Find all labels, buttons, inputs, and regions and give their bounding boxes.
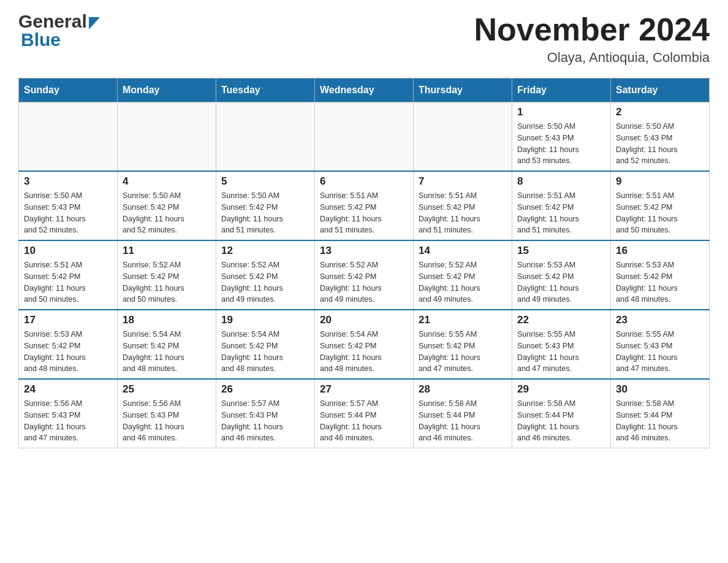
header-wednesday: Wednesday xyxy=(315,79,414,102)
day-info: Sunrise: 5:57 AMSunset: 5:44 PMDaylight:… xyxy=(320,398,408,444)
day-info: Sunrise: 5:52 AMSunset: 5:42 PMDaylight:… xyxy=(419,259,507,305)
table-row: 20Sunrise: 5:54 AMSunset: 5:42 PMDayligh… xyxy=(315,310,414,379)
table-row: 14Sunrise: 5:52 AMSunset: 5:42 PMDayligh… xyxy=(414,240,512,310)
day-number: 11 xyxy=(123,245,211,257)
table-row xyxy=(216,102,315,172)
calendar-week-row: 10Sunrise: 5:51 AMSunset: 5:42 PMDayligh… xyxy=(19,240,710,310)
day-number: 1 xyxy=(517,106,605,118)
table-row: 23Sunrise: 5:55 AMSunset: 5:43 PMDayligh… xyxy=(611,310,710,379)
table-row: 19Sunrise: 5:54 AMSunset: 5:42 PMDayligh… xyxy=(216,310,315,379)
day-info: Sunrise: 5:51 AMSunset: 5:42 PMDaylight:… xyxy=(419,190,507,236)
table-row: 9Sunrise: 5:51 AMSunset: 5:42 PMDaylight… xyxy=(611,171,710,240)
table-row: 1Sunrise: 5:50 AMSunset: 5:43 PMDaylight… xyxy=(512,102,611,172)
calendar-week-row: 17Sunrise: 5:53 AMSunset: 5:42 PMDayligh… xyxy=(19,310,710,379)
day-number: 22 xyxy=(517,314,605,326)
table-row: 21Sunrise: 5:55 AMSunset: 5:42 PMDayligh… xyxy=(414,310,512,379)
month-title: November 2024 xyxy=(474,12,710,47)
day-info: Sunrise: 5:54 AMSunset: 5:42 PMDaylight:… xyxy=(320,329,408,375)
day-number: 7 xyxy=(419,175,507,188)
day-info: Sunrise: 5:54 AMSunset: 5:42 PMDaylight:… xyxy=(221,329,309,375)
day-info: Sunrise: 5:55 AMSunset: 5:42 PMDaylight:… xyxy=(419,329,507,375)
page-header: General Blue November 2024 Olaya, Antioq… xyxy=(18,12,710,66)
logo-general-text: General xyxy=(18,12,87,31)
table-row: 29Sunrise: 5:58 AMSunset: 5:44 PMDayligh… xyxy=(512,379,611,448)
calendar-table: Sunday Monday Tuesday Wednesday Thursday… xyxy=(18,78,710,448)
day-info: Sunrise: 5:50 AMSunset: 5:42 PMDaylight:… xyxy=(221,190,309,236)
day-info: Sunrise: 5:56 AMSunset: 5:43 PMDaylight:… xyxy=(24,398,112,444)
day-number: 3 xyxy=(24,175,112,188)
table-row: 27Sunrise: 5:57 AMSunset: 5:44 PMDayligh… xyxy=(315,379,414,448)
calendar-header-row: Sunday Monday Tuesday Wednesday Thursday… xyxy=(19,79,710,102)
table-row xyxy=(118,102,216,172)
day-number: 15 xyxy=(517,245,605,257)
day-info: Sunrise: 5:51 AMSunset: 5:42 PMDaylight:… xyxy=(517,190,605,236)
day-number: 30 xyxy=(616,383,704,396)
day-number: 21 xyxy=(419,314,507,326)
day-info: Sunrise: 5:55 AMSunset: 5:43 PMDaylight:… xyxy=(616,329,704,375)
table-row: 16Sunrise: 5:53 AMSunset: 5:42 PMDayligh… xyxy=(611,240,710,310)
day-number: 27 xyxy=(320,383,408,396)
day-number: 16 xyxy=(616,245,704,257)
table-row xyxy=(414,102,512,172)
day-number: 25 xyxy=(123,383,211,396)
day-number: 18 xyxy=(123,314,211,326)
header-sunday: Sunday xyxy=(19,79,118,102)
day-number: 12 xyxy=(221,245,309,257)
header-tuesday: Tuesday xyxy=(216,79,315,102)
title-section: November 2024 Olaya, Antioquia, Colombia xyxy=(474,12,710,66)
day-info: Sunrise: 5:58 AMSunset: 5:44 PMDaylight:… xyxy=(517,398,605,444)
day-number: 17 xyxy=(24,314,112,326)
logo-arrow-icon xyxy=(89,17,100,29)
day-number: 2 xyxy=(616,106,704,118)
day-number: 20 xyxy=(320,314,408,326)
day-info: Sunrise: 5:51 AMSunset: 5:42 PMDaylight:… xyxy=(24,259,112,305)
day-info: Sunrise: 5:56 AMSunset: 5:43 PMDaylight:… xyxy=(123,398,211,444)
table-row: 25Sunrise: 5:56 AMSunset: 5:43 PMDayligh… xyxy=(118,379,216,448)
day-info: Sunrise: 5:50 AMSunset: 5:43 PMDaylight:… xyxy=(24,190,112,236)
day-info: Sunrise: 5:58 AMSunset: 5:44 PMDaylight:… xyxy=(419,398,507,444)
table-row: 28Sunrise: 5:58 AMSunset: 5:44 PMDayligh… xyxy=(414,379,512,448)
day-number: 5 xyxy=(221,175,309,188)
table-row: 2Sunrise: 5:50 AMSunset: 5:43 PMDaylight… xyxy=(611,102,710,172)
location-title: Olaya, Antioquia, Colombia xyxy=(474,50,710,66)
calendar-week-row: 3Sunrise: 5:50 AMSunset: 5:43 PMDaylight… xyxy=(19,171,710,240)
table-row: 30Sunrise: 5:58 AMSunset: 5:44 PMDayligh… xyxy=(611,379,710,448)
day-info: Sunrise: 5:53 AMSunset: 5:42 PMDaylight:… xyxy=(24,329,112,375)
table-row: 11Sunrise: 5:52 AMSunset: 5:42 PMDayligh… xyxy=(118,240,216,310)
day-info: Sunrise: 5:54 AMSunset: 5:42 PMDaylight:… xyxy=(123,329,211,375)
day-number: 13 xyxy=(320,245,408,257)
table-row: 7Sunrise: 5:51 AMSunset: 5:42 PMDaylight… xyxy=(414,171,512,240)
table-row xyxy=(315,102,414,172)
header-thursday: Thursday xyxy=(414,79,512,102)
table-row: 6Sunrise: 5:51 AMSunset: 5:42 PMDaylight… xyxy=(315,171,414,240)
day-info: Sunrise: 5:55 AMSunset: 5:43 PMDaylight:… xyxy=(517,329,605,375)
table-row: 4Sunrise: 5:50 AMSunset: 5:42 PMDaylight… xyxy=(118,171,216,240)
header-friday: Friday xyxy=(512,79,611,102)
logo-blue-text: Blue xyxy=(18,29,61,50)
header-monday: Monday xyxy=(118,79,216,102)
day-number: 19 xyxy=(221,314,309,326)
day-info: Sunrise: 5:53 AMSunset: 5:42 PMDaylight:… xyxy=(517,259,605,305)
table-row: 13Sunrise: 5:52 AMSunset: 5:42 PMDayligh… xyxy=(315,240,414,310)
day-number: 10 xyxy=(24,245,112,257)
table-row: 15Sunrise: 5:53 AMSunset: 5:42 PMDayligh… xyxy=(512,240,611,310)
day-number: 4 xyxy=(123,175,211,188)
table-row: 12Sunrise: 5:52 AMSunset: 5:42 PMDayligh… xyxy=(216,240,315,310)
table-row: 8Sunrise: 5:51 AMSunset: 5:42 PMDaylight… xyxy=(512,171,611,240)
table-row: 5Sunrise: 5:50 AMSunset: 5:42 PMDaylight… xyxy=(216,171,315,240)
day-number: 28 xyxy=(419,383,507,396)
table-row: 10Sunrise: 5:51 AMSunset: 5:42 PMDayligh… xyxy=(19,240,118,310)
day-info: Sunrise: 5:52 AMSunset: 5:42 PMDaylight:… xyxy=(320,259,408,305)
day-number: 9 xyxy=(616,175,704,188)
table-row: 26Sunrise: 5:57 AMSunset: 5:43 PMDayligh… xyxy=(216,379,315,448)
day-info: Sunrise: 5:50 AMSunset: 5:43 PMDaylight:… xyxy=(616,121,704,167)
day-info: Sunrise: 5:58 AMSunset: 5:44 PMDaylight:… xyxy=(616,398,704,444)
day-info: Sunrise: 5:50 AMSunset: 5:43 PMDaylight:… xyxy=(517,121,605,167)
day-info: Sunrise: 5:51 AMSunset: 5:42 PMDaylight:… xyxy=(320,190,408,236)
day-number: 29 xyxy=(517,383,605,396)
day-info: Sunrise: 5:57 AMSunset: 5:43 PMDaylight:… xyxy=(221,398,309,444)
header-saturday: Saturday xyxy=(611,79,710,102)
table-row: 18Sunrise: 5:54 AMSunset: 5:42 PMDayligh… xyxy=(118,310,216,379)
day-number: 8 xyxy=(517,175,605,188)
day-number: 26 xyxy=(221,383,309,396)
